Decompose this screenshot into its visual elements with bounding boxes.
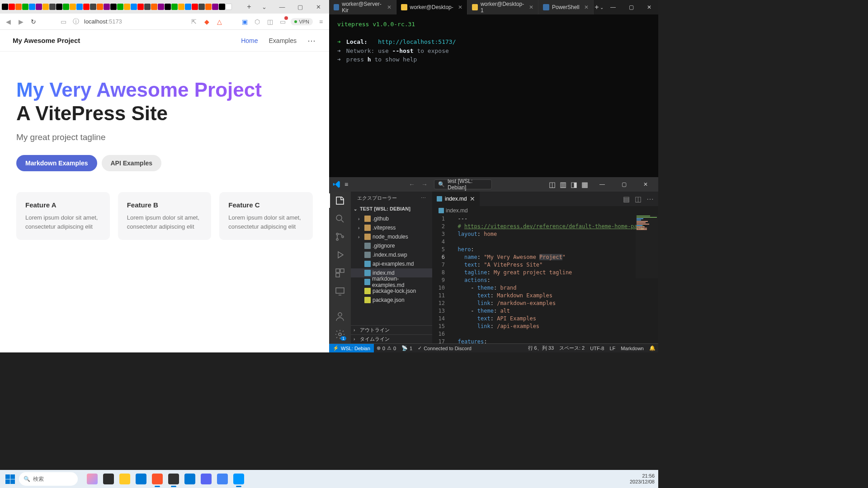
bookmark-icon[interactable]: ▭ bbox=[59, 17, 68, 26]
close-button[interactable]: ✕ bbox=[640, 0, 658, 14]
tree-file[interactable]: .gitignore bbox=[351, 241, 432, 250]
vpn-badge[interactable]: VPN bbox=[291, 18, 313, 25]
terminal-tab[interactable]: PowerShell✕ bbox=[538, 0, 594, 14]
outline-section[interactable]: ›アウトライン bbox=[351, 325, 432, 334]
discord-status[interactable]: ✓Connected to Discord bbox=[415, 344, 474, 352]
layout-icon[interactable]: ◨ bbox=[571, 180, 579, 188]
maximize-button[interactable]: ▢ bbox=[291, 0, 309, 14]
close-icon[interactable]: ✕ bbox=[458, 4, 462, 10]
notifications-icon[interactable]: 🔔 bbox=[646, 344, 658, 352]
more-icon[interactable]: ⋯ bbox=[646, 195, 655, 203]
debug-icon[interactable] bbox=[335, 249, 345, 260]
close-button[interactable]: ✕ bbox=[309, 0, 327, 14]
tree-folder[interactable]: ›.vitepress bbox=[351, 223, 432, 232]
sidebar-icon[interactable]: ◫ bbox=[265, 17, 274, 26]
explorer-icon[interactable] bbox=[335, 195, 345, 206]
tree-folder[interactable]: ›.github bbox=[351, 214, 432, 223]
close-icon[interactable]: ✕ bbox=[529, 4, 533, 10]
close-icon[interactable]: ✕ bbox=[584, 4, 589, 10]
menu-icon[interactable]: ≡ bbox=[316, 17, 326, 26]
site-title[interactable]: My Awesome Project bbox=[13, 37, 80, 44]
code-content[interactable]: --- # https://vitepress.dev/reference/de… bbox=[451, 215, 658, 343]
settings-icon[interactable]: 1 bbox=[335, 329, 345, 340]
nav-back-icon[interactable]: ← bbox=[409, 181, 418, 188]
search-icon[interactable] bbox=[335, 213, 345, 224]
tree-file[interactable]: markdown-examples.md bbox=[351, 277, 432, 286]
taskbar-app[interactable] bbox=[150, 472, 165, 486]
taskbar-app[interactable] bbox=[118, 472, 132, 486]
start-button[interactable] bbox=[4, 473, 16, 485]
nav-forward-icon[interactable]: → bbox=[421, 181, 430, 188]
url-bar[interactable]: localhost:5173 bbox=[84, 18, 122, 25]
split-icon[interactable]: ◫ bbox=[635, 195, 643, 203]
wallet-icon[interactable]: ▭ bbox=[278, 17, 287, 26]
eol-status[interactable]: LF bbox=[607, 344, 618, 352]
source-control-icon[interactable] bbox=[335, 231, 345, 242]
markdown-examples-button[interactable]: Markdown Examples bbox=[16, 155, 97, 171]
timeline-section[interactable]: ›タイムライン bbox=[351, 334, 432, 343]
editor-tab[interactable]: index.md✕ bbox=[432, 192, 480, 206]
encoding-status[interactable]: UTF-8 bbox=[587, 344, 607, 352]
tree-folder[interactable]: ›node_modules bbox=[351, 232, 432, 241]
minimize-button[interactable]: ― bbox=[593, 181, 611, 188]
tree-file[interactable]: package.json bbox=[351, 296, 432, 305]
back-button[interactable]: ◀ bbox=[4, 17, 13, 26]
maximize-button[interactable]: ▢ bbox=[622, 0, 640, 14]
close-button[interactable]: ✕ bbox=[637, 181, 655, 188]
language-status[interactable]: Markdown bbox=[618, 344, 646, 352]
minimize-button[interactable]: ― bbox=[604, 0, 622, 14]
tree-file[interactable]: .index.md.swp bbox=[351, 250, 432, 259]
remote-status[interactable]: ⚡WSL: Debian bbox=[329, 344, 374, 352]
api-examples-button[interactable]: API Examples bbox=[102, 155, 162, 171]
terminal-tab[interactable]: worker@Server-Kir✕ bbox=[329, 0, 396, 14]
minimize-button[interactable]: ― bbox=[273, 0, 291, 14]
close-icon[interactable]: ✕ bbox=[470, 195, 475, 202]
tree-file[interactable]: api-examples.md bbox=[351, 259, 432, 268]
compare-icon[interactable]: ▤ bbox=[623, 195, 631, 203]
taskbar-app[interactable] bbox=[215, 472, 230, 486]
site-info-icon[interactable]: ⓘ bbox=[71, 17, 80, 26]
new-tab-button[interactable]: + bbox=[244, 1, 255, 12]
triangle-icon[interactable]: △ bbox=[215, 17, 224, 26]
nav-examples[interactable]: Examples bbox=[269, 37, 297, 44]
nav-more-icon[interactable]: ⋯ bbox=[307, 36, 316, 46]
taskbar-app[interactable] bbox=[101, 472, 116, 486]
command-center[interactable]: 🔍test [WSL: Debian] bbox=[434, 179, 492, 189]
breadcrumb[interactable]: index.md bbox=[432, 206, 658, 215]
forward-button[interactable]: ▶ bbox=[16, 17, 25, 26]
system-tray[interactable]: 21:56 2023/12/08 bbox=[630, 473, 655, 485]
taskbar-app[interactable] bbox=[166, 472, 181, 486]
project-header[interactable]: ⌄TEST [WSL: DEBIAN] bbox=[351, 204, 432, 213]
local-url-link[interactable]: http://localhost:5173/ bbox=[378, 38, 456, 45]
terminal-tab[interactable]: worker@Desktop-1✕ bbox=[467, 0, 538, 14]
taskbar-search[interactable]: 🔍検索 bbox=[19, 472, 78, 486]
menu-icon[interactable]: ≡ bbox=[344, 181, 352, 188]
code-editor[interactable]: 12345678910111213141516171819 20 --- # h… bbox=[432, 215, 658, 343]
taskbar-app[interactable] bbox=[199, 472, 213, 486]
layout-icon[interactable]: ◫ bbox=[549, 180, 557, 188]
new-tab-button[interactable]: + bbox=[594, 3, 600, 11]
puzzle-icon[interactable]: ⬡ bbox=[253, 17, 262, 26]
extension-icon[interactable]: ▣ bbox=[240, 17, 249, 26]
nav-home[interactable]: Home bbox=[241, 37, 258, 44]
indent-status[interactable]: スペース: 2 bbox=[557, 344, 587, 352]
taskbar-app[interactable] bbox=[231, 472, 246, 486]
more-icon[interactable]: ⋯ bbox=[421, 195, 426, 201]
ports-status[interactable]: 📡1 bbox=[399, 344, 415, 352]
account-icon[interactable] bbox=[335, 311, 345, 322]
cursor-status[interactable]: 行 6、列 33 bbox=[525, 344, 557, 352]
terminal-output[interactable]: vitepress v1.0.0-rc.31 ➜Local: http://lo… bbox=[329, 14, 658, 177]
chevron-down-icon[interactable]: ⌄ bbox=[255, 0, 273, 14]
extensions-icon[interactable] bbox=[335, 267, 345, 278]
browser-tab-strip[interactable] bbox=[2, 4, 243, 10]
layout-icon[interactable]: ▦ bbox=[581, 180, 590, 188]
close-icon[interactable]: ✕ bbox=[387, 4, 392, 10]
reload-button[interactable]: ↻ bbox=[29, 17, 38, 26]
taskbar-app[interactable] bbox=[85, 472, 99, 486]
minimap[interactable] bbox=[636, 215, 658, 278]
taskbar-app[interactable] bbox=[134, 472, 148, 486]
maximize-button[interactable]: ▢ bbox=[615, 181, 633, 188]
remote-icon[interactable] bbox=[335, 286, 345, 296]
taskbar-app[interactable] bbox=[183, 472, 197, 486]
terminal-tab[interactable]: worker@Desktop-✕ bbox=[396, 0, 467, 14]
